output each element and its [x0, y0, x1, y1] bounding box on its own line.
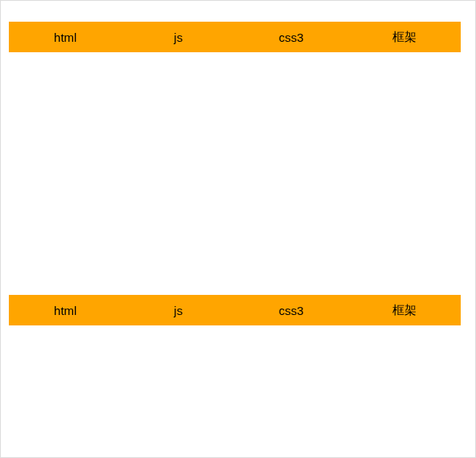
nav-item-css3[interactable]: css3: [235, 31, 348, 44]
nav-item-framework[interactable]: 框架: [348, 303, 462, 318]
nav-item-js[interactable]: js: [122, 304, 236, 317]
nav-item-css3[interactable]: css3: [235, 304, 348, 317]
nav-item-html[interactable]: html: [9, 31, 122, 44]
nav-item-js[interactable]: js: [122, 31, 236, 44]
nav-bar-top: html js css3 框架: [9, 22, 461, 52]
nav-bar-bottom: html js css3 框架: [9, 295, 461, 325]
nav-item-html[interactable]: html: [9, 304, 122, 317]
nav-item-framework[interactable]: 框架: [348, 30, 462, 45]
